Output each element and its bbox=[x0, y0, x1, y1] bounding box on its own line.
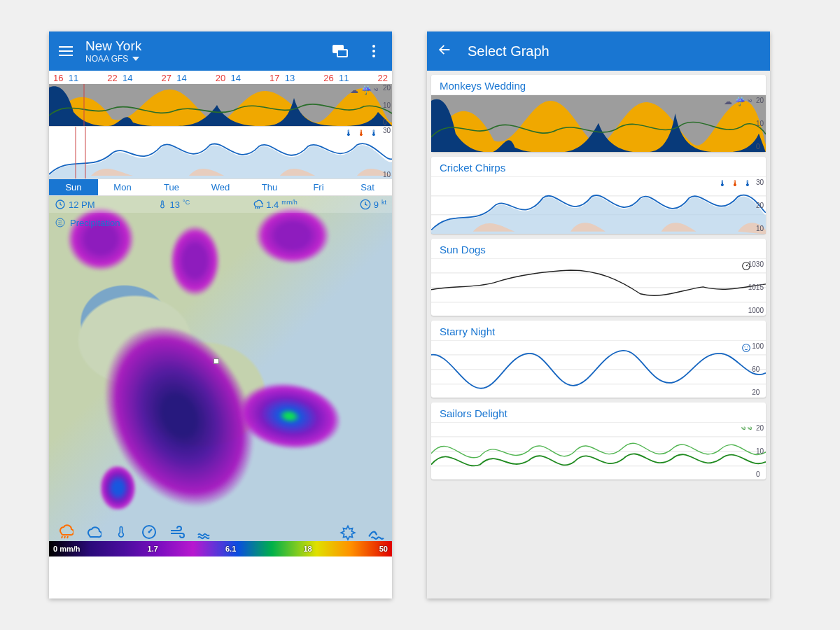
select-graph-screen: Select Graph Monkeys Wedding ☁ ☔ ༄ 20100… bbox=[427, 31, 770, 598]
pressure-icon[interactable] bbox=[140, 523, 158, 541]
graph-list[interactable]: Monkeys Wedding ☁ ☔ ༄ 20100 Cricket Chir… bbox=[427, 71, 770, 598]
map-area[interactable]: 12 PM 13 °C 1.4 mm/h 9 kt bbox=[49, 196, 392, 556]
tab-mon[interactable]: Mon bbox=[98, 179, 147, 195]
graph-card-cricket-chirps[interactable]: Cricket Chirps 🌡🌡🌡 302010 bbox=[431, 157, 766, 234]
temp-icon[interactable] bbox=[112, 523, 130, 541]
weather-main-screen: New York NOAA GFS 16 11 22 14 27 14 20 1… bbox=[49, 31, 392, 598]
main-appbar: New York NOAA GFS bbox=[49, 31, 392, 71]
back-button[interactable] bbox=[437, 42, 452, 60]
graph-card-sailors-delight[interactable]: Sailors Delight ༄ ༄ 20100 bbox=[431, 402, 766, 479]
precip-stat[interactable]: 1.4 mm/h bbox=[252, 199, 298, 210]
temperature-graph[interactable]: 🌡🌡🌡 3010 bbox=[49, 126, 392, 178]
menu-button[interactable] bbox=[59, 46, 73, 56]
wind-stat[interactable]: 9 kt bbox=[360, 199, 386, 210]
layer-toolbar bbox=[49, 523, 392, 541]
map-layer-label[interactable]: Precipitation bbox=[55, 217, 120, 228]
chat-icon[interactable] bbox=[332, 43, 349, 59]
tab-sat[interactable]: Sat bbox=[343, 179, 392, 195]
tab-wed[interactable]: Wed bbox=[196, 179, 245, 195]
wind-icon[interactable] bbox=[168, 523, 186, 541]
graph-card-monkeys-wedding[interactable]: Monkeys Wedding ☁ ☔ ༄ 20100 bbox=[431, 75, 766, 152]
wave-icon[interactable] bbox=[196, 523, 214, 541]
temp-legend-icons: 🌡🌡🌡 bbox=[344, 128, 378, 138]
map-location-marker bbox=[214, 358, 219, 364]
svg-point-14 bbox=[743, 344, 750, 352]
graph-card-starry-night[interactable]: Starry Night 1006020 bbox=[431, 321, 766, 398]
model-selector[interactable]: NOAA GFS bbox=[85, 54, 315, 64]
svg-point-16 bbox=[747, 346, 748, 347]
svg-point-7 bbox=[148, 531, 150, 533]
day-tabs: Sun Mon Tue Wed Thu Fri Sat bbox=[49, 178, 392, 196]
location-title: New York bbox=[85, 38, 315, 54]
time-stat[interactable]: 12 PM bbox=[55, 199, 95, 210]
color-scale: 0 mm/h 1.7 6.1 18 50 bbox=[49, 541, 392, 556]
graph-legend-icons: ☁ ☔ ༄ bbox=[350, 85, 378, 95]
cloud-icon[interactable] bbox=[84, 523, 102, 541]
tab-thu[interactable]: Thu bbox=[245, 179, 294, 195]
tab-tue[interactable]: Tue bbox=[147, 179, 196, 195]
tab-sun[interactable]: Sun bbox=[49, 179, 98, 195]
screen-title: Select Graph bbox=[468, 43, 550, 59]
map-infobar: 12 PM 13 °C 1.4 mm/h 9 kt bbox=[49, 196, 392, 213]
cloud-precip-graph[interactable]: ☁ ☔ ༄ 20100 bbox=[49, 84, 392, 126]
select-graph-appbar: Select Graph bbox=[427, 31, 770, 71]
overflow-menu-icon[interactable] bbox=[365, 43, 382, 59]
tab-fri[interactable]: Fri bbox=[294, 179, 343, 195]
hilo-strip: 16 11 22 14 27 14 20 14 17 13 26 11 22 bbox=[49, 71, 392, 84]
windflow-icon[interactable] bbox=[339, 523, 357, 541]
swell-icon[interactable] bbox=[367, 523, 385, 541]
graph-card-sun-dogs[interactable]: Sun Dogs 103010151000 bbox=[431, 239, 766, 316]
svg-point-4 bbox=[365, 204, 366, 205]
temp-stat[interactable]: 13 °C bbox=[158, 199, 190, 210]
location-selector[interactable]: New York NOAA GFS bbox=[85, 38, 315, 64]
svg-point-15 bbox=[744, 346, 745, 347]
rain-icon[interactable] bbox=[56, 523, 74, 541]
